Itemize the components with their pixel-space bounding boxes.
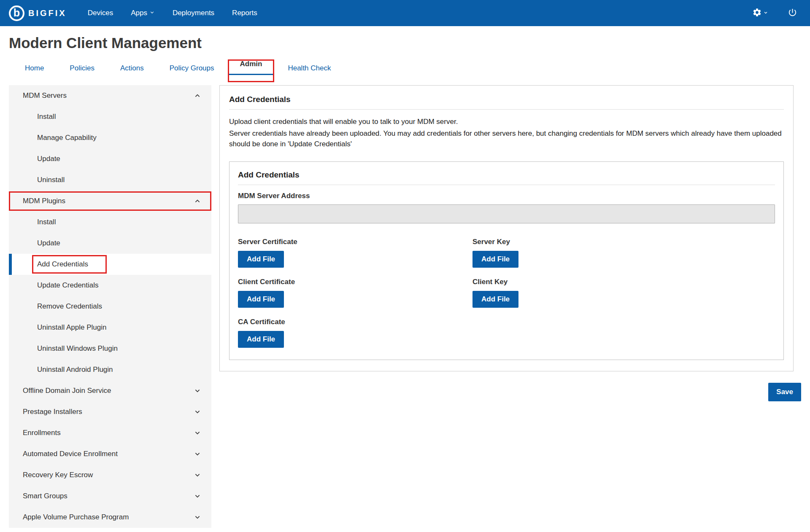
client-certificate-add-file-button[interactable]: Add File	[238, 291, 284, 308]
divider	[238, 185, 775, 185]
sidebar-item-uninstall-windows-plugin[interactable]: Uninstall Windows Plugin	[9, 338, 211, 359]
tab-home[interactable]: Home	[14, 60, 55, 80]
content-layout: MDM Servers Install Manage Capability Up…	[0, 80, 810, 528]
sidebar-item-label: Install	[37, 218, 56, 226]
sidebar-section-label: Prestage Installers	[23, 408, 82, 416]
bigfix-logo-icon: b	[9, 5, 24, 21]
ca-certificate-add-file-button[interactable]: Add File	[238, 331, 284, 348]
chevron-down-icon	[193, 513, 202, 522]
chevron-down-icon	[193, 428, 202, 438]
tab-health-check[interactable]: Health Check	[276, 60, 342, 80]
tab-actions[interactable]: Actions	[109, 60, 155, 80]
chevron-down-icon	[193, 407, 202, 416]
client-certificate-label: Client Certificate	[238, 278, 472, 286]
description-line-2: Server credentials have already been upl…	[229, 128, 784, 150]
client-key-label: Client Key	[472, 278, 775, 286]
nav-reports-label: Reports	[232, 9, 257, 17]
nav-deployments-label: Deployments	[173, 9, 214, 17]
primary-nav: Devices Apps Deployments Reports	[88, 9, 257, 17]
chevron-up-icon	[193, 196, 202, 206]
nav-reports[interactable]: Reports	[232, 9, 257, 17]
server-certificate-add-file-button[interactable]: Add File	[238, 251, 284, 268]
sidebar-item-add-credentials[interactable]: Add Credentials	[9, 254, 211, 275]
sidebar-item-uninstall-android-plugin[interactable]: Uninstall Android Plugin	[9, 359, 211, 380]
sidebar-section-apple-volume-purchase-program[interactable]: Apple Volume Purchase Program	[9, 507, 211, 528]
sidebar-item-label: Remove Credentials	[37, 302, 102, 311]
ca-certificate-field: CA Certificate Add File	[238, 318, 472, 348]
nav-apps-label: Apps	[131, 9, 147, 17]
tab-policy-groups[interactable]: Policy Groups	[158, 60, 226, 80]
form-heading: Add Credentials	[238, 170, 775, 180]
client-key-field: Client Key Add File	[472, 278, 775, 308]
admin-sidebar: MDM Servers Install Manage Capability Up…	[9, 85, 211, 528]
sidebar-section-label: Automated Device Enrollment	[23, 450, 118, 458]
sidebar-section-smart-groups[interactable]: Smart Groups	[9, 486, 211, 507]
client-key-add-file-button[interactable]: Add File	[472, 291, 518, 308]
description-line-1: Upload client credentials that will enab…	[229, 116, 784, 127]
sidebar-item-mdm-servers-install[interactable]: Install	[9, 106, 211, 127]
server-key-label: Server Key	[472, 238, 775, 246]
sidebar-item-update-credentials[interactable]: Update Credentials	[9, 275, 211, 296]
sidebar-item-mdm-servers-uninstall[interactable]: Uninstall	[9, 169, 211, 191]
sidebar-item-label: Uninstall Android Plugin	[37, 365, 113, 374]
sidebar-item-mdm-plugins-update[interactable]: Update	[9, 233, 211, 254]
brand[interactable]: b BIGFIX	[9, 5, 67, 21]
sidebar-section-prestage-installers[interactable]: Prestage Installers	[9, 401, 211, 422]
sidebar-item-uninstall-apple-plugin[interactable]: Uninstall Apple Plugin	[9, 317, 211, 338]
sidebar-section-enrollments[interactable]: Enrollments	[9, 422, 211, 443]
tab-bar: Home Policies Actions Policy Groups Admi…	[14, 60, 810, 80]
sidebar-section-mdm-plugins[interactable]: MDM Plugins	[9, 191, 211, 212]
sidebar-item-mdm-servers-update[interactable]: Update	[9, 148, 211, 169]
chevron-down-icon	[149, 9, 155, 17]
sidebar-section-label: Apple Volume Purchase Program	[23, 513, 129, 521]
sidebar-section-label: Recovery Key Escrow	[23, 471, 93, 479]
power-icon	[788, 8, 797, 19]
chevron-up-icon	[193, 91, 202, 100]
tab-admin[interactable]: Admin	[229, 56, 274, 75]
sidebar-item-manage-capability[interactable]: Manage Capability	[9, 127, 211, 148]
certificate-fields: Server Certificate Add File Server Key A…	[238, 238, 775, 358]
page-title: Modern Client Management	[9, 35, 810, 51]
nav-devices-label: Devices	[88, 9, 113, 17]
power-button[interactable]	[788, 8, 797, 19]
save-button[interactable]: Save	[768, 383, 801, 401]
sidebar-section-label: Enrollments	[23, 429, 61, 437]
server-key-add-file-button[interactable]: Add File	[472, 251, 518, 268]
sidebar-section-label: Smart Groups	[23, 492, 68, 500]
sidebar-item-label: Uninstall Windows Plugin	[37, 344, 118, 353]
chevron-down-icon	[193, 449, 202, 459]
chevron-down-icon	[193, 492, 202, 501]
chevron-down-icon	[193, 470, 202, 480]
nav-devices[interactable]: Devices	[88, 9, 113, 17]
client-certificate-field: Client Certificate Add File	[238, 278, 472, 308]
settings-button[interactable]	[752, 8, 768, 19]
sidebar-section-offline-domain-join[interactable]: Offline Domain Join Service	[9, 380, 211, 401]
add-credentials-panel: Add Credentials Upload client credential…	[219, 85, 794, 371]
sidebar-item-label: Update	[37, 239, 60, 247]
server-key-field: Server Key Add File	[472, 238, 775, 268]
brand-name: BIGFIX	[28, 8, 67, 18]
tab-policies[interactable]: Policies	[58, 60, 106, 80]
save-row: Save	[219, 383, 801, 401]
sidebar-item-label: Update Credentials	[37, 281, 99, 290]
ca-certificate-label: CA Certificate	[238, 318, 472, 326]
sidebar-item-label: Uninstall Apple Plugin	[37, 323, 106, 332]
topnav-actions	[752, 8, 797, 19]
chevron-down-icon	[763, 10, 768, 16]
sidebar-item-label: Install	[37, 113, 56, 121]
sidebar-section-mdm-servers[interactable]: MDM Servers	[9, 85, 211, 106]
sidebar-section-automated-device-enrollment[interactable]: Automated Device Enrollment	[9, 443, 211, 465]
sidebar-item-remove-credentials[interactable]: Remove Credentials	[9, 296, 211, 317]
server-certificate-field: Server Certificate Add File	[238, 238, 472, 268]
sidebar-item-label: Add Credentials	[37, 260, 88, 269]
panel-heading: Add Credentials	[229, 95, 784, 104]
sidebar-section-label: MDM Servers	[23, 91, 67, 100]
sidebar-section-recovery-key-escrow[interactable]: Recovery Key Escrow	[9, 465, 211, 486]
sidebar-item-mdm-plugins-install[interactable]: Install	[9, 212, 211, 233]
mdm-server-address-input[interactable]	[238, 204, 775, 223]
chevron-down-icon	[193, 386, 202, 395]
divider	[229, 109, 784, 110]
tab-admin-wrap: Admin	[229, 60, 274, 80]
nav-apps[interactable]: Apps	[131, 9, 155, 17]
nav-deployments[interactable]: Deployments	[173, 9, 214, 17]
